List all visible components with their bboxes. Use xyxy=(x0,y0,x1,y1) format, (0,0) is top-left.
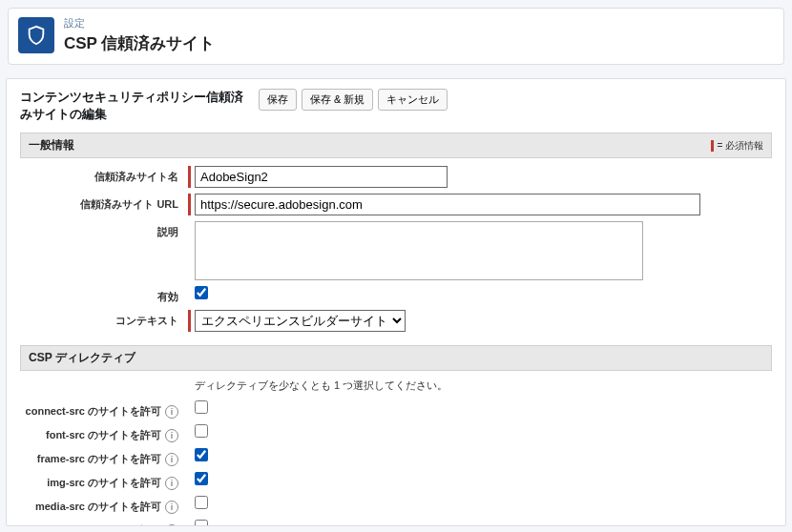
label-directive: frame-src のサイトを許可i xyxy=(20,448,188,466)
spacer xyxy=(188,286,191,299)
row-site-name: 信頼済みサイト名 xyxy=(20,166,772,188)
required-indicator xyxy=(188,194,191,215)
required-mark-icon xyxy=(711,140,714,152)
row-directive: font-src のサイトを許可i xyxy=(20,424,772,442)
input-site-url[interactable] xyxy=(195,194,700,215)
section-directives-bar: CSP ディレクティブ xyxy=(20,345,772,371)
spacer xyxy=(188,472,191,485)
page-header: 設定 CSP 信頼済みサイト xyxy=(8,8,784,65)
help-icon: i xyxy=(165,405,178,419)
textarea-description[interactable] xyxy=(195,221,643,280)
row-description: 説明 xyxy=(20,221,772,280)
label-context: コンテキスト xyxy=(20,310,188,328)
label-directive: font-src のサイトを許可i xyxy=(20,424,188,442)
row-directive: style-src のサイトを許可i xyxy=(20,520,772,526)
section-general-title: 一般情報 xyxy=(29,137,74,153)
checkbox-active[interactable] xyxy=(195,286,208,299)
row-site-url: 信頼済みサイト URL xyxy=(20,194,772,215)
spacer xyxy=(188,496,191,509)
section-general-bar: 一般情報 = 必須情報 xyxy=(20,133,772,158)
label-directive: connect-src のサイトを許可i xyxy=(20,400,188,419)
label-directive: img-src のサイトを許可i xyxy=(20,472,188,490)
spacer xyxy=(188,424,191,438)
row-directive: frame-src のサイトを許可i xyxy=(20,448,772,466)
label-directive: style-src のサイトを許可i xyxy=(20,520,188,526)
top-button-row: 保存 保存 & 新規 キャンセル xyxy=(259,89,448,111)
content-panel[interactable]: コンテンツセキュリティポリシー信頼済みサイトの編集 保存 保存 & 新規 キャン… xyxy=(6,78,786,526)
help-icon: i xyxy=(165,429,178,442)
input-site-name[interactable] xyxy=(195,166,448,188)
breadcrumb: 設定 xyxy=(64,16,215,31)
row-directive: media-src のサイトを許可i xyxy=(20,496,772,514)
help-icon: i xyxy=(165,524,178,526)
label-directive: media-src のサイトを許可i xyxy=(20,496,188,514)
checkbox-directive[interactable] xyxy=(195,448,208,461)
cancel-button[interactable]: キャンセル xyxy=(378,89,448,111)
required-indicator xyxy=(188,310,191,332)
checkbox-directive[interactable] xyxy=(195,424,208,438)
label-active: 有効 xyxy=(20,286,188,304)
help-icon: i xyxy=(165,501,178,514)
label-site-url: 信頼済みサイト URL xyxy=(20,194,188,212)
row-context: コンテキスト エクスペリエンスビルダーサイト xyxy=(20,310,772,332)
shield-icon xyxy=(18,17,54,53)
select-context[interactable]: エクスペリエンスビルダーサイト xyxy=(195,310,406,332)
checkbox-directive[interactable] xyxy=(195,472,208,485)
help-icon: i xyxy=(165,453,178,466)
checkbox-directive[interactable] xyxy=(195,520,208,526)
label-description: 説明 xyxy=(20,221,188,239)
label-site-name: 信頼済みサイト名 xyxy=(20,166,188,184)
checkbox-directive[interactable] xyxy=(195,496,208,509)
section-directives-title: CSP ディレクティブ xyxy=(29,350,135,366)
required-indicator xyxy=(188,166,191,188)
row-active: 有効 xyxy=(20,286,772,304)
row-directive: connect-src のサイトを許可i xyxy=(20,400,772,419)
row-directive: img-src のサイトを許可i xyxy=(20,472,772,490)
spacer xyxy=(188,448,191,461)
required-note: = 必須情報 xyxy=(711,139,763,153)
edit-title: コンテンツセキュリティポリシー信頼済みサイトの編集 xyxy=(20,89,249,123)
help-icon: i xyxy=(165,477,178,490)
spacer xyxy=(188,400,191,414)
save-button[interactable]: 保存 xyxy=(259,89,297,111)
directives-note: ディレクティブを少なくとも 1 つ選択してください。 xyxy=(195,379,772,393)
header-text: 設定 CSP 信頼済みサイト xyxy=(64,16,215,54)
page-title: CSP 信頼済みサイト xyxy=(64,32,215,54)
save-and-new-button[interactable]: 保存 & 新規 xyxy=(302,89,373,111)
checkbox-directive[interactable] xyxy=(195,400,208,414)
edit-header: コンテンツセキュリティポリシー信頼済みサイトの編集 保存 保存 & 新規 キャン… xyxy=(20,89,772,123)
spacer xyxy=(188,520,191,526)
spacer xyxy=(188,221,191,280)
